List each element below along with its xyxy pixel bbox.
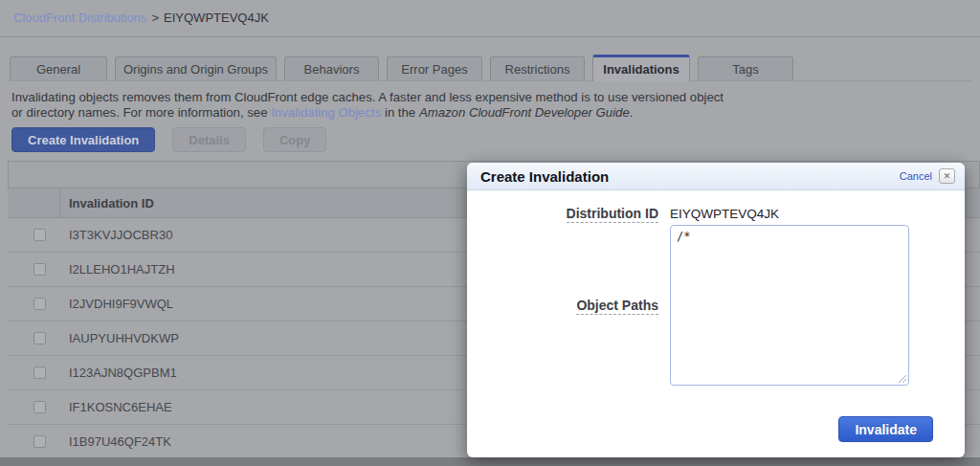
row-checkbox[interactable] (33, 263, 46, 276)
developer-guide-title: Amazon CloudFront Developer Guide (419, 105, 630, 120)
object-paths-row: Object Paths /* (467, 225, 965, 386)
row-checkbox[interactable] (33, 435, 46, 448)
dialog-footer: Invalidate (838, 416, 933, 442)
details-button[interactable]: Details (172, 127, 246, 152)
row-checkbox[interactable] (33, 401, 46, 413)
invalidation-id-column-header[interactable]: Invalidation ID (60, 196, 154, 211)
dialog-title: Create Invalidation (480, 168, 900, 185)
tab-behaviors[interactable]: Behaviors (284, 56, 379, 80)
row-checkbox[interactable] (33, 366, 46, 379)
notice-line1: Invalidating objects removes them from C… (11, 90, 724, 104)
breadcrumb-current: EIYQWPTEVQ4JK (164, 11, 269, 25)
breadcrumb: CloudFront Distributions>EIYQWPTEVQ4JK (13, 11, 269, 25)
tab-general[interactable]: General (10, 56, 107, 80)
invalidation-id-cell: IAUPYUHHVDKWP (69, 331, 179, 345)
row-checkbox[interactable] (33, 229, 46, 241)
cloudfront-invalidations-page: CloudFront Distributions>EIYQWPTEVQ4JK G… (0, 0, 980, 466)
invalidation-id-cell: I123AJN8QGPBM1 (69, 366, 177, 380)
object-paths-field-wrap: /* (670, 225, 909, 386)
action-button-row: Create Invalidation Details Copy (11, 127, 326, 152)
notice-line2-mid: in the (381, 105, 419, 120)
copy-button[interactable]: Copy (263, 127, 327, 152)
row-checkbox[interactable] (33, 332, 46, 344)
invalidation-notice: Invalidating objects removes them from C… (11, 90, 724, 120)
invalidation-id-cell: I2JVDHI9F9VWQL (69, 297, 173, 311)
tab-bar: General Origins and Origin Groups Behavi… (10, 55, 972, 81)
object-paths-input[interactable]: /* (670, 225, 909, 386)
invalidation-id-cell: IF1KOSNC6EHAE (69, 400, 172, 414)
next-row-edge (0, 457, 980, 466)
cancel-link[interactable]: Cancel (900, 170, 932, 182)
object-paths-label: Object Paths (480, 298, 658, 313)
header-divider (0, 36, 980, 37)
notice-line2-prefix: or directory names. For more information… (11, 105, 271, 120)
row-checkbox[interactable] (33, 298, 46, 310)
create-invalidation-dialog: Create Invalidation Cancel ✕ Distributio… (467, 163, 965, 457)
distribution-id-row: Distribution ID EIYQWPTEVQ4JK (467, 206, 965, 221)
tab-error-pages[interactable]: Error Pages (387, 56, 482, 80)
invalidation-id-cell: I3T3KVJJOCBR30 (69, 228, 172, 242)
distribution-id-label: Distribution ID (480, 206, 658, 221)
dialog-header: Create Invalidation Cancel ✕ (467, 163, 965, 190)
create-invalidation-button[interactable]: Create Invalidation (11, 127, 155, 152)
invalidate-button[interactable]: Invalidate (838, 416, 933, 442)
tab-origins-and-origin-groups[interactable]: Origins and Origin Groups (115, 56, 277, 80)
invalidation-id-cell: I1B97U46QF24TK (69, 434, 171, 449)
close-icon[interactable]: ✕ (939, 168, 955, 184)
breadcrumb-separator: > (151, 11, 159, 25)
notice-line2-end: . (630, 105, 634, 120)
invalidation-id-cell: I2LLEHO1HAJTZH (69, 262, 175, 277)
invalidating-objects-link[interactable]: Invalidating Objects (271, 105, 381, 120)
tab-restrictions[interactable]: Restrictions (490, 56, 585, 80)
header-checkbox-cell (8, 189, 60, 217)
tab-tags[interactable]: Tags (698, 56, 793, 80)
distribution-id-value: EIYQWPTEVQ4JK (670, 207, 779, 221)
breadcrumb-distributions-link[interactable]: CloudFront Distributions (13, 11, 146, 25)
tab-invalidations[interactable]: Invalidations (592, 55, 690, 81)
